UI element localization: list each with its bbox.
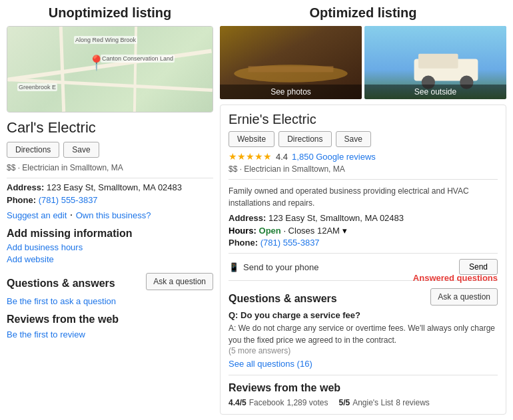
angies-list-score: 5/5 Angie's List 8 reviews (338, 398, 429, 407)
exterior-photo[interactable]: See outside (364, 26, 506, 99)
opt-description: Family owned and operated business provi… (229, 185, 498, 209)
unopt-save-btn[interactable]: Save (63, 142, 99, 158)
al-votes: 8 reviews (396, 398, 430, 407)
opt-address-value: 123 Easy St, Smalltown, MA 02483 (268, 213, 404, 223)
hours-close-link[interactable]: Closes 12AM (288, 226, 340, 236)
unopt-qa-row: Questions & answers Ask a question (7, 271, 213, 292)
suggest-edit-link[interactable]: Suggest an edit (7, 210, 67, 220)
photos-container: See photos (220, 26, 506, 99)
facebook-score: 4.4/5 Facebook 1,289 votes (229, 398, 328, 407)
map-label-greenbrook: Greenbrook E (17, 83, 57, 91)
hours-separator: · (283, 226, 288, 236)
answered-annot-label: Answered questions (413, 273, 498, 283)
qa-answer: A: We do not charge any service or overt… (229, 322, 498, 346)
unopt-phone-link[interactable]: (781) 555-3837 (39, 195, 98, 205)
unopt-address-value: 123 Easy St, Smalltown, MA 02483 (47, 182, 182, 192)
opt-website-btn[interactable]: Website (229, 131, 274, 147)
rating-value: 4.4 (276, 152, 288, 162)
reviews-link[interactable]: 1,850 Google reviews (292, 152, 376, 162)
map-area: 📍 Along Red Wing Brook Canton Conservati… (7, 26, 213, 112)
map-label-conservation: Canton Conservation Land (101, 55, 175, 63)
more-answers: (5 more answers) (229, 346, 498, 355)
fb-votes: 1,289 votes (286, 398, 328, 407)
optimized-title: Optimized listing (220, 5, 506, 21)
unopt-qa-heading: Questions & answers (7, 278, 115, 290)
see-all-link[interactable]: See all questions (16) (229, 359, 312, 369)
own-business-link[interactable]: Own this business? (76, 210, 151, 220)
add-website-link[interactable]: Add website (7, 254, 213, 264)
unopt-reviews-section: Reviews from the web Be the first to rev… (7, 314, 213, 340)
unopt-phone-row: Phone: (781) 555-3837 (7, 195, 213, 205)
unopt-price-category: $$ · Electrician in Smalltown, MA (7, 163, 213, 172)
qa-question: Q: Do you charge a service fee? (229, 310, 498, 320)
phone-icon: 📱 (229, 262, 239, 272)
fb-score: 4.4/5 (229, 398, 247, 407)
reviews-row: ★★★★★ 4.4 1,850 Google reviews (229, 151, 498, 162)
opt-btn-row: Website Directions Save (229, 131, 498, 147)
unopt-business-name: Carl's Electric (7, 119, 213, 136)
opt-qa-heading: Questions & answers (229, 293, 337, 305)
optimized-panel: Optimized listing (220, 5, 506, 415)
see-outside-overlay[interactable]: See outside (364, 85, 506, 99)
see-photos-overlay[interactable]: See photos (220, 85, 362, 99)
opt-directions-btn[interactable]: Directions (278, 131, 331, 147)
unopt-qa-section: Questions & answers Ask a question Be th… (7, 271, 213, 307)
unopt-qa-link[interactable]: Be the first to ask a question (7, 296, 116, 306)
send-left: 📱 Send to your phone (229, 262, 318, 272)
opt-phone-label: Phone: (229, 238, 258, 248)
unopt-phone-label: Phone: (7, 195, 36, 205)
al-score: 5/5 (338, 398, 350, 407)
opt-price-category: $$ · Electrician in Smalltown, MA (229, 164, 498, 174)
photos-row: See photos (220, 26, 506, 99)
open-status: Open (259, 226, 281, 236)
star-icons: ★★★★★ (229, 151, 272, 162)
qa-heading-row: Questions & answers Ask a question (229, 286, 498, 308)
fb-label: Facebook (249, 398, 284, 407)
unopt-reviews-heading: Reviews from the web (7, 314, 213, 325)
hours-dropdown-icon: ▾ (342, 226, 347, 236)
hours-row: Hours: Open · Closes 12AM ▾ (229, 226, 498, 236)
qa-question-text: Q: Do you charge a service fee? A: We do… (229, 310, 498, 346)
unoptimized-panel: Unoptimized listing 📍 Along Red Wing Bro… (7, 5, 213, 415)
unopt-directions-btn[interactable]: Directions (7, 142, 59, 158)
opt-reviews-heading: Reviews from the web (229, 382, 498, 394)
unopt-address-row: Address: 123 Easy St, Smalltown, MA 0248… (7, 182, 213, 192)
optimized-card: Ernie's Electric Website Directions Save… (220, 105, 506, 415)
svg-rect-2 (249, 67, 334, 73)
qa-heading-wrapper: Questions & answers Ask a question Answe… (229, 286, 498, 308)
opt-business-name: Ernie's Electric (229, 112, 498, 127)
al-label: Angie's List (352, 398, 393, 407)
unopt-ask-btn[interactable]: Ask a question (146, 273, 213, 290)
opt-qa-section: Questions & answers Ask a question Answe… (229, 286, 498, 369)
phone-wrapper: Phone: (781) 555-3837 ← Phone (229, 238, 498, 248)
reviews-scores: 4.4/5 Facebook 1,289 votes 5/5 Angie's L… (229, 398, 498, 407)
dot-separator: · (70, 209, 76, 220)
unopt-address-label: Address: (7, 182, 44, 192)
unopt-button-row: Directions Save (7, 142, 213, 158)
opt-address-label: Address: (229, 213, 266, 223)
hours-wrapper: Hours: Open · Closes 12AM ▾ ← Hours (229, 226, 498, 236)
add-hours-link[interactable]: Add business hours (7, 242, 213, 252)
interior-photo[interactable]: See photos (220, 26, 362, 99)
unopt-reviews-link[interactable]: Be the first to review (7, 329, 85, 339)
opt-save-btn[interactable]: Save (336, 131, 371, 147)
send-to-phone-label: Send to your phone (243, 262, 318, 272)
reviews-row-wrapper: ★★★★★ 4.4 1,850 Google reviews ← Reviews… (229, 151, 498, 162)
opt-phone-link[interactable]: (781) 555-3837 (260, 238, 320, 248)
map-label-brook: Along Red Wing Brook (74, 36, 137, 44)
suggest-row: Suggest an edit · Own this business? (7, 209, 213, 221)
opt-btns-wrapper: Website Directions Save ← Website (229, 131, 498, 147)
opt-ask-btn[interactable]: Ask a question (430, 288, 498, 306)
svg-rect-5 (418, 54, 458, 69)
opt-address-row: Address: 123 Easy St, Smalltown, MA 0248… (229, 213, 498, 223)
missing-info-heading: Add missing information (7, 228, 213, 240)
hours-label: Hours: (229, 226, 256, 236)
category-wrapper: $$ · Electrician in Smalltown, MA ← Cate… (229, 164, 498, 174)
unoptimized-title: Unoptimized listing (7, 5, 213, 21)
opt-phone-row: Phone: (781) 555-3837 (229, 238, 498, 248)
opt-reviews-section: Reviews from the web 4.4/5 Facebook 1,28… (229, 382, 498, 407)
answered-annotation: Answered questions (413, 272, 498, 284)
